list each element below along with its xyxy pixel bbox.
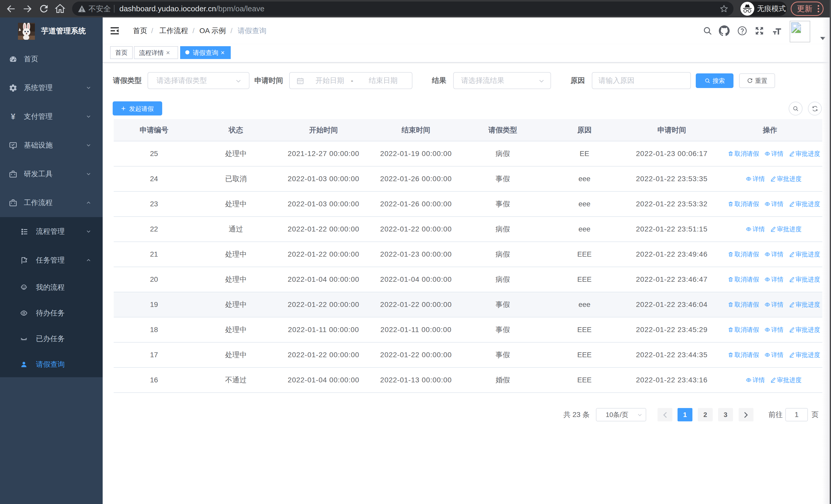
- svg-text:¥: ¥: [11, 112, 16, 121]
